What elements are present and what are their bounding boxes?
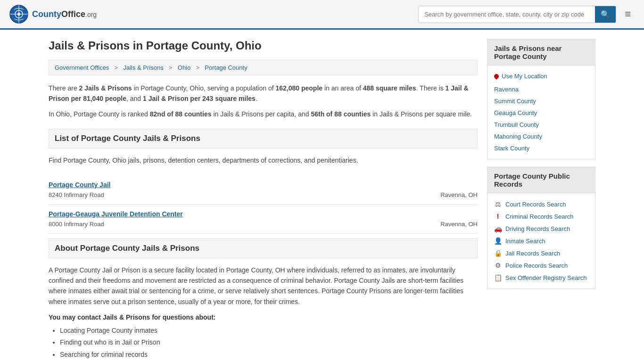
sex-offender-link[interactable]: 📋 Sex Offender Registry Search bbox=[494, 272, 588, 284]
criminal-icon: ! bbox=[494, 213, 502, 220]
facility-1: Portage County Jail 8240 Infirmary Road … bbox=[49, 175, 478, 205]
nearby-geauga[interactable]: Geauga County bbox=[494, 107, 588, 119]
use-location-link[interactable]: Use My Location bbox=[494, 70, 588, 83]
menu-button[interactable]: ≡ bbox=[621, 6, 635, 22]
search-bar: 🔍 bbox=[418, 6, 616, 23]
search-input[interactable] bbox=[419, 7, 595, 22]
facility-2: Portage-Geauga Juvenile Detention Center… bbox=[49, 205, 478, 234]
description-block: There are 2 Jails & Prisons in Portage C… bbox=[49, 83, 478, 119]
list-intro: Find Portage County, Ohio jails, prisons… bbox=[49, 155, 478, 165]
location-icon bbox=[493, 73, 500, 79]
jail-icon: 🔒 bbox=[494, 249, 502, 257]
nearby-summit[interactable]: Summit County bbox=[494, 95, 588, 107]
logo-text: CountyOffice.org bbox=[32, 9, 97, 19]
breadcrumb-ohio[interactable]: Ohio bbox=[178, 64, 190, 71]
nearby-ravenna[interactable]: Ravenna bbox=[494, 83, 588, 95]
driving-icon: 🚗 bbox=[494, 225, 502, 232]
bullet-2: Finding out who is in Jail or Prison bbox=[60, 337, 478, 348]
public-records-box: Portage County Public Records ⚖ Court Re… bbox=[487, 167, 595, 289]
breadcrumb-gov-offices[interactable]: Government Offices bbox=[55, 64, 109, 71]
nearby-title: Jails & Prisons near Portage County bbox=[487, 40, 595, 66]
facility-1-city: Ravenna, OH bbox=[440, 191, 478, 198]
public-records-title: Portage County Public Records bbox=[487, 167, 595, 193]
bullet-1: Locating Portage County inmates bbox=[60, 325, 478, 337]
facility-1-name[interactable]: Portage County Jail bbox=[49, 181, 478, 189]
inmate-icon: 👤 bbox=[494, 237, 502, 245]
nearby-trumbull[interactable]: Trumbull County bbox=[494, 119, 588, 131]
jail-records-link[interactable]: 🔒 Jail Records Search bbox=[494, 247, 588, 259]
list-section-header: List of Portage County Jails & Prisons bbox=[49, 129, 478, 148]
facility-2-city: Ravenna, OH bbox=[440, 221, 478, 228]
inmate-search-link[interactable]: 👤 Inmate Search bbox=[494, 235, 588, 247]
about-text: A Portage County Jail or Prison is a sec… bbox=[49, 265, 478, 307]
breadcrumb-portage-county[interactable]: Portage County bbox=[205, 64, 247, 71]
contact-bullets: Locating Portage County inmates Finding … bbox=[60, 325, 478, 361]
court-records-link[interactable]: ⚖ Court Records Search bbox=[494, 198, 588, 210]
nearby-box: Jails & Prisons near Portage County Use … bbox=[487, 39, 595, 159]
search-button[interactable]: 🔍 bbox=[595, 6, 616, 23]
sex-offender-icon: 📋 bbox=[494, 274, 502, 281]
breadcrumb: Government Offices > Jails & Prisons > O… bbox=[49, 60, 478, 75]
logo[interactable]: CountyOffice.org bbox=[9, 5, 97, 24]
facility-2-address: 8000 Infirmary Road bbox=[49, 221, 104, 228]
police-records-link[interactable]: ⚙ Police Records Search bbox=[494, 259, 588, 272]
logo-icon bbox=[9, 5, 28, 24]
driving-records-link[interactable]: 🚗 Driving Records Search bbox=[494, 222, 588, 235]
nearby-mahoning[interactable]: Mahoning County bbox=[494, 131, 588, 142]
about-section-header: About Portage County Jails & Prisons bbox=[49, 239, 478, 258]
bullet-3: Searching for criminal records bbox=[60, 349, 478, 361]
contact-intro: You may contact Jails & Prisons for ques… bbox=[49, 313, 478, 321]
breadcrumb-jails[interactable]: Jails & Prisons bbox=[123, 64, 163, 71]
page-title: Jails & Prisons in Portage County, Ohio bbox=[49, 39, 478, 52]
facility-2-name[interactable]: Portage-Geauga Juvenile Detention Center bbox=[49, 210, 478, 218]
police-icon: ⚙ bbox=[494, 262, 502, 269]
court-icon: ⚖ bbox=[494, 200, 502, 208]
svg-point-4 bbox=[17, 13, 20, 16]
criminal-records-link[interactable]: ! Criminal Records Search bbox=[494, 210, 588, 222]
nearby-stark[interactable]: Stark County bbox=[494, 142, 588, 154]
facility-1-address: 8240 Infirmary Road bbox=[49, 191, 104, 198]
